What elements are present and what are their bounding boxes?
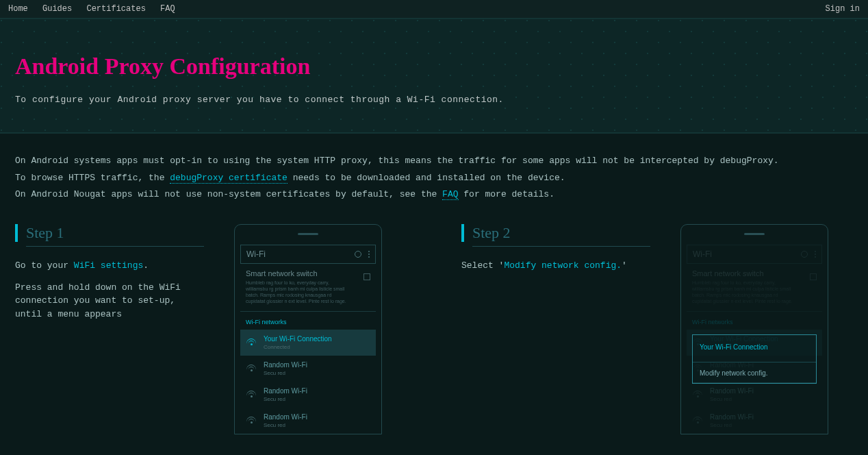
intro-line-1: On Android systems apps must opt-in to u… (15, 153, 853, 170)
smart-switch-desc: Humbleb rag four lo ko, everyday carry, … (246, 280, 348, 304)
wifi-header: Wi-Fi (240, 245, 376, 264)
wifi-networks-label: Wi-Fi networks (687, 312, 822, 330)
wifi-item: Random Wi-Fi Secu red (687, 382, 822, 408)
step-2-highlight: Modify network config. (504, 260, 622, 271)
wifi-item-name: Random Wi-Fi (264, 413, 307, 421)
wifi-item-name: Random Wi-Fi (710, 413, 754, 421)
nav-left: Home Guides Certificates FAQ (8, 4, 185, 14)
step-2-p1b: ' (622, 260, 627, 271)
smart-switch-text: Smart network switch Humbleb rag four lo… (246, 269, 348, 304)
wifi-item-info: Random Wi-Fi Secu red (264, 361, 307, 376)
intro-line-3b: for more details. (459, 189, 554, 199)
intro-line-2a: To browse HTTPS traffic, the (15, 173, 170, 183)
step-1-text: Step 1 Go to your WiFi settings. Press a… (15, 224, 207, 329)
wifi-icon (692, 391, 703, 399)
phone-1-screen: Wi-Fi Smart network switch Humbleb rag f… (240, 245, 376, 434)
context-menu: Your Wi-Fi Connection Modify network con… (692, 334, 817, 384)
nav-home[interactable]: Home (8, 4, 28, 14)
wifi-item: Random Wi-Fi Secu red (687, 408, 822, 434)
wifi-item-status: Secu red (264, 422, 307, 428)
wifi-item-info: Your Wi-Fi Connection Connected (264, 335, 332, 350)
progress-icon (355, 251, 361, 258)
step-1-p1: Go to your WiFi settings. (15, 259, 207, 273)
smart-switch-row: Smart network switch Humbleb rag four lo… (687, 264, 822, 312)
wifi-item: Random Wi-Fi Secu red (240, 382, 376, 408)
intro-line-3: On Android Nougat apps will not use non-… (15, 186, 853, 204)
smart-switch-desc: Humbleb rag four lo ko, everyday carry, … (692, 280, 795, 304)
step-1-highlight: WiFi settings (74, 260, 143, 271)
step-2-p1a: Select ' (461, 260, 504, 271)
smart-switch-title: Smart network switch (246, 269, 348, 278)
nav-faq[interactable]: FAQ (160, 4, 175, 14)
step-2-rule (472, 246, 650, 247)
nav-guides[interactable]: Guides (42, 4, 72, 14)
step-2-heading: Step 2 (461, 224, 653, 242)
certificate-link[interactable]: debugProxy certificate (170, 173, 288, 184)
step-2-block: Step 2 Select 'Modify network config.' W… (461, 224, 853, 434)
wifi-header-title: Wi-Fi (246, 249, 266, 259)
smart-switch-row: Smart network switch Humbleb rag four lo… (240, 264, 376, 312)
smart-switch-checkbox (810, 273, 817, 280)
step-2-text: Step 2 Select 'Modify network config.' (461, 224, 653, 281)
phone-mock-1: Wi-Fi Smart network switch Humbleb rag f… (234, 224, 382, 434)
wifi-icon (246, 417, 257, 425)
faq-link[interactable]: FAQ (442, 189, 458, 200)
step-1-rule (26, 246, 204, 247)
wifi-item-name: Random Wi-Fi (264, 387, 307, 395)
context-menu-wrap: Your Wi-Fi Connection Modify network con… (692, 334, 817, 384)
step-1-heading: Step 1 (15, 224, 207, 242)
wifi-icon (692, 417, 703, 425)
intro-line-2: To browse HTTPS traffic, the debugProxy … (15, 170, 853, 187)
wifi-item-status: Secu red (264, 396, 307, 402)
wifi-header-icons (355, 251, 370, 258)
wifi-icon (246, 391, 257, 399)
wifi-item-info: Random Wi-Fi Secu red (264, 413, 307, 428)
wifi-item-info: Random Wi-Fi Secu red (710, 387, 754, 402)
top-nav: Home Guides Certificates FAQ Sign in (0, 0, 868, 18)
step-1-block: Step 1 Go to your WiFi settings. Press a… (15, 224, 407, 434)
phone-speaker (298, 233, 318, 235)
wifi-networks-label: Wi-Fi networks (240, 312, 376, 330)
page-title: Android Proxy Configuration (15, 53, 853, 79)
wifi-icon (246, 365, 257, 373)
step-1-p1a: Go to your (15, 260, 74, 271)
wifi-item-name: Your Wi-Fi Connection (264, 335, 332, 343)
wifi-item: Random Wi-Fi Secu red (240, 356, 376, 382)
wifi-header-icons (801, 251, 816, 258)
wifi-item-selected: Your Wi-Fi Connection Connected (240, 330, 376, 356)
nav-certificates[interactable]: Certificates (86, 4, 145, 14)
step-1-p1b: . (143, 260, 149, 271)
wifi-icon (246, 339, 257, 347)
progress-icon (801, 251, 808, 258)
nav-signin[interactable]: Sign in (826, 4, 860, 14)
phone-mock-2: Wi-Fi Smart network switch Humbleb rag f… (680, 224, 828, 434)
wifi-header: Wi-Fi (687, 245, 822, 264)
step-1-p2: Press and hold down on the WiFi connecti… (15, 281, 207, 321)
intro-line-3a: On Android Nougat apps will not use non-… (15, 189, 442, 199)
intro-block: On Android systems apps must opt-in to u… (0, 134, 868, 212)
phone-speaker (744, 233, 765, 235)
context-menu-item-modify: Modify network config. (693, 362, 816, 383)
wifi-item-name: Random Wi-Fi (264, 361, 307, 369)
more-icon (368, 251, 370, 258)
hero: Android Proxy Configuration To configure… (0, 18, 868, 134)
smart-switch-title: Smart network switch (692, 269, 795, 278)
more-icon (815, 251, 816, 258)
wifi-item: Random Wi-Fi Secu red (240, 408, 376, 434)
wifi-item-status: Secu red (264, 370, 307, 376)
smart-switch-text: Smart network switch Humbleb rag four lo… (692, 269, 795, 304)
phone-2-screen: Wi-Fi Smart network switch Humbleb rag f… (687, 245, 822, 434)
step-2-p1: Select 'Modify network config.' (461, 259, 653, 273)
wifi-header-title: Wi-Fi (693, 249, 712, 259)
wifi-item-status: Secu red (710, 396, 754, 402)
wifi-item-info: Random Wi-Fi Secu red (264, 387, 307, 402)
wifi-item-status: Connected (264, 344, 332, 350)
page-subtitle: To configure your Android proxy server y… (15, 95, 853, 105)
intro-line-2b: needs to be downloaded and installed on … (288, 173, 565, 183)
wifi-item-info: Random Wi-Fi Secu red (710, 413, 754, 428)
wifi-item-status: Secu red (710, 422, 754, 428)
smart-switch-checkbox (363, 273, 370, 280)
wifi-item-name: Random Wi-Fi (710, 387, 754, 395)
context-menu-title: Your Wi-Fi Connection (693, 335, 816, 362)
nav-right: Sign in (826, 4, 860, 14)
